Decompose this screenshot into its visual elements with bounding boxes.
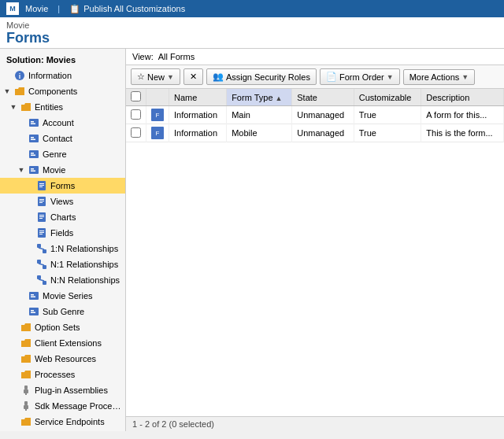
sidebar-item-entities[interactable]: ▼ Entities <box>0 99 125 115</box>
sidebar-item-information[interactable]: i Information <box>0 68 125 83</box>
row-form_type-1: Mobile <box>227 124 292 142</box>
new-button[interactable]: ☆ New ▼ <box>131 68 180 85</box>
col-header-description[interactable]: Description <box>421 89 504 106</box>
svg-rect-11 <box>29 166 39 174</box>
table-row[interactable]: FInformationMobileUnmanagedTrueThis is t… <box>126 124 504 142</box>
sidebar-item-movie-series[interactable]: Movie Series <box>0 288 125 304</box>
sidebar-item-nn-relationships[interactable]: N:N Relationships <box>0 272 125 288</box>
sidebar-item-option-sets[interactable]: Option Sets <box>0 319 125 335</box>
sidebar-label-n1-relationships: N:1 Relationships <box>50 260 118 269</box>
sidebar-label-fields: Fields <box>50 228 73 238</box>
sidebar-icon-entities <box>20 101 32 113</box>
svg-rect-31 <box>43 249 46 253</box>
sidebar-label-information: Information <box>28 71 72 80</box>
sidebar-icon-contact <box>28 132 40 145</box>
svg-rect-46 <box>24 389 28 393</box>
svg-rect-49 <box>24 405 28 409</box>
row-name-1: Information <box>169 124 227 142</box>
content-area: View: All Forms ☆ New ▼ ✕ 👥 Assign Secur… <box>126 49 504 431</box>
svg-rect-41 <box>31 297 35 298</box>
sidebar-label-web-resources: Web Resources <box>35 354 96 363</box>
svg-rect-23 <box>39 215 44 216</box>
form-icon-0: F <box>151 109 164 121</box>
sidebar-icon-processes <box>20 368 32 381</box>
sidebar-item-movie[interactable]: ▼ Movie <box>0 162 125 178</box>
svg-rect-5 <box>29 135 39 142</box>
sidebar-item-client-extensions[interactable]: Client Extensions <box>0 335 125 351</box>
sidebar-item-web-resources[interactable]: Web Resources <box>0 351 125 367</box>
row-checkbox-1[interactable] <box>126 124 146 142</box>
sidebar-item-fields[interactable]: Fields <box>0 225 125 241</box>
svg-rect-20 <box>39 201 44 201</box>
sidebar-item-forms[interactable]: Forms <box>0 178 125 194</box>
forms-table: NameForm Type ▲StateCustomizableDescript… <box>126 89 504 142</box>
tree-toggle-components[interactable]: ▼ <box>3 87 11 95</box>
app-icon: M <box>6 2 19 15</box>
sort-arrow-form_type: ▲ <box>276 94 283 102</box>
assign-security-roles-button[interactable]: 👥 Assign Security Roles <box>206 68 317 85</box>
sidebar-label-client-extensions: Client Extensions <box>35 338 102 348</box>
row-description-0: A form for this... <box>421 106 504 124</box>
sidebar-item-sub-genre[interactable]: Sub Genre <box>0 304 125 319</box>
table-row[interactable]: FInformationMainUnmanagedTrueA form for … <box>126 106 504 124</box>
sidebar-item-n1-relationships[interactable]: N:1 Relationships <box>0 256 125 272</box>
sidebar-icon-movie-series <box>28 290 40 302</box>
row-select-checkbox-0[interactable] <box>131 109 141 120</box>
col-header-name[interactable]: Name <box>169 89 227 106</box>
row-checkbox-0[interactable] <box>126 106 146 124</box>
new-icon: ☆ <box>137 72 145 82</box>
svg-rect-3 <box>31 121 34 123</box>
sidebar-icon-movie <box>28 164 40 176</box>
sidebar-label-nn-relationships: N:N Relationships <box>50 275 120 285</box>
col-header-customizable[interactable]: Customizable <box>354 89 421 106</box>
svg-line-35 <box>39 264 44 265</box>
sidebar-icon-1n-relationships <box>35 242 48 255</box>
sidebar-icon-option-sets <box>20 321 32 334</box>
sidebar-item-views[interactable]: Views <box>0 194 125 209</box>
new-dropdown-arrow: ▼ <box>167 73 174 81</box>
sidebar-label-1n-relationships: 1:N Relationships <box>50 244 118 253</box>
row-name-0: Information <box>169 106 227 124</box>
svg-rect-44 <box>31 312 35 314</box>
sidebar-item-service-endpoints[interactable]: Service Endpoints <box>0 414 125 430</box>
svg-rect-25 <box>39 218 43 219</box>
col-header-state[interactable]: State <box>292 89 354 106</box>
sidebar-item-plug-in-assemblies[interactable]: Plug-in Assemblies <box>0 382 125 398</box>
select-all-checkbox[interactable] <box>131 91 141 101</box>
row-select-checkbox-1[interactable] <box>131 127 141 138</box>
sidebar-icon-components <box>13 85 26 98</box>
sidebar-label-genre: Genre <box>43 149 67 159</box>
sidebar-item-account[interactable]: Account <box>0 115 125 131</box>
row-customizable-0: True <box>354 106 421 124</box>
svg-rect-21 <box>39 202 43 203</box>
sidebar-item-processes[interactable]: Processes <box>0 367 125 382</box>
svg-rect-6 <box>31 137 34 138</box>
tree-toggle-entities[interactable]: ▼ <box>9 103 17 111</box>
svg-rect-16 <box>39 185 44 186</box>
form-order-button[interactable]: 📄 Form Order ▼ <box>320 68 400 85</box>
svg-rect-19 <box>39 199 44 200</box>
delete-button[interactable]: ✕ <box>183 68 203 85</box>
svg-rect-27 <box>39 231 44 231</box>
title-bar: M Movie | 📋 Publish All Customizations <box>0 0 504 17</box>
sidebar-item-sdk-message[interactable]: Sdk Message Processin... <box>0 398 125 414</box>
sidebar-item-1n-relationships[interactable]: 1:N Relationships <box>0 241 125 256</box>
sidebar-label-contact: Contact <box>43 134 72 143</box>
sidebar-item-genre[interactable]: Genre <box>0 146 125 162</box>
svg-rect-15 <box>39 183 44 184</box>
sidebar-item-charts[interactable]: Charts <box>0 209 125 225</box>
sidebar-icon-sdk-message <box>20 400 32 412</box>
svg-rect-48 <box>24 401 28 405</box>
sidebar-icon-plug-in-assemblies <box>20 384 32 397</box>
more-actions-button[interactable]: More Actions ▼ <box>403 69 476 85</box>
row-form_type-0: Main <box>227 106 292 124</box>
sidebar-item-dashboards[interactable]: Dashboards <box>0 430 125 431</box>
tree-toggle-movie[interactable]: ▼ <box>17 166 25 174</box>
sidebar-item-components[interactable]: ▼ Components <box>0 83 125 99</box>
view-bar: View: All Forms <box>126 49 504 65</box>
col-header-form_type[interactable]: Form Type ▲ <box>227 89 292 106</box>
sidebar-item-contact[interactable]: Contact <box>0 131 125 146</box>
sidebar-label-sub-genre: Sub Genre <box>43 307 84 316</box>
svg-rect-50 <box>25 409 27 411</box>
publish-all-button[interactable]: 📋 Publish All Customizations <box>69 4 185 14</box>
